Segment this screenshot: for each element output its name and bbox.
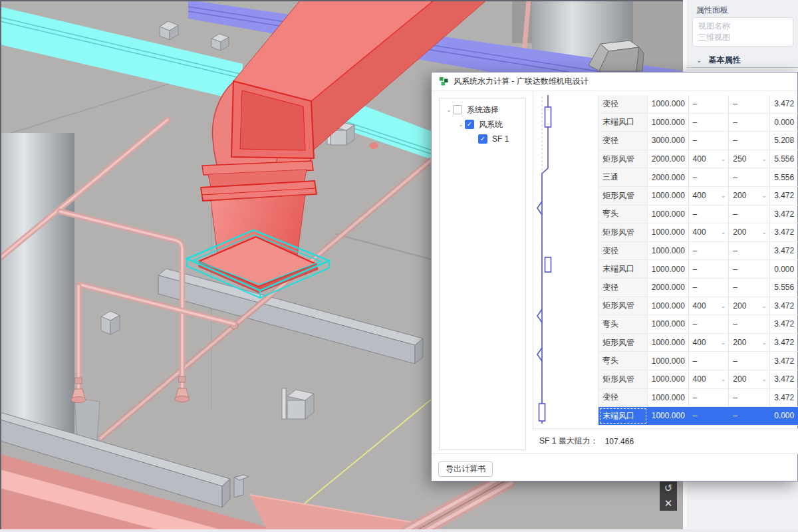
table-cell-name: 变径 [598, 279, 648, 297]
table-row[interactable]: 矩形风管1000.000400⌄200⌄3.472 [598, 223, 798, 242]
export-report-button[interactable]: 导出计算书 [438, 462, 493, 477]
table-cell-flow: 1000.000 [648, 352, 689, 370]
table-row[interactable]: 弯头1000.000––3.472 [598, 315, 798, 334]
table-cell-w[interactable]: 400⌄ [689, 187, 730, 205]
table-cell-h: – [729, 205, 770, 223]
table-cell-h[interactable]: 200⌄ [729, 370, 770, 388]
table-cell-res: 0.000 [770, 114, 798, 132]
table-cell-name: 三通 [598, 168, 648, 186]
max-resistance-label: SF 1 最大阻力： [539, 436, 598, 447]
tree-item-air-system[interactable]: ⌄ ✓ 风系统 [440, 117, 525, 132]
calc-table-body: 变径1000.000––3.472末端风口1000.000––0.000变径30… [598, 95, 798, 426]
chevron-down-icon[interactable]: ⌄ [762, 376, 767, 382]
table-cell-w: – [689, 168, 730, 186]
table-cell-res: 5.556 [770, 279, 798, 297]
chevron-down-icon[interactable]: ⌄ [721, 229, 726, 235]
table-cell-flow: 2000.000 [648, 150, 689, 168]
chevron-down-icon[interactable]: ⌄ [762, 156, 767, 162]
table-cell-res: 0.000 [770, 407, 798, 425]
table-row[interactable]: 三通2000.000––5.556 [598, 168, 798, 187]
table-row[interactable]: 变径2000.000––5.556 [598, 279, 798, 297]
chevron-down-icon[interactable]: ⌄ [721, 339, 726, 346]
table-cell-h: – [729, 132, 770, 150]
system-tree: ⌄ 系统选择 ⌄ ✓ 风系统 ✓ SF 1 [439, 98, 526, 450]
section-basic-label: 基本属性 [709, 55, 741, 65]
chevron-down-icon[interactable]: ⌄ [457, 121, 465, 128]
table-row[interactable]: 变径1000.000––3.472 [598, 389, 798, 408]
table-row[interactable]: 矩形风管1000.000400⌄200⌄3.472 [598, 334, 798, 352]
chevron-down-icon[interactable]: ⌄ [762, 192, 767, 199]
table-cell-name: 变径 [598, 132, 648, 150]
table-row[interactable]: 矩形风管1000.000400⌄200⌄3.472 [598, 370, 798, 389]
duct-schematic [533, 91, 598, 428]
table-cell-h[interactable]: 200⌄ [729, 223, 770, 241]
chevron-down-icon: ⌄ [696, 57, 702, 64]
section-basic-properties[interactable]: ⌄ 基本属性 [687, 53, 798, 68]
chevron-down-icon[interactable]: ⌄ [721, 376, 726, 382]
chevron-down-icon[interactable]: ⌄ [762, 229, 767, 235]
tree-item-sf1[interactable]: ✓ SF 1 [440, 132, 525, 146]
undo-history-icon[interactable]: ↺ [664, 482, 673, 494]
table-cell-w: – [689, 260, 730, 278]
checkbox-checked[interactable]: ✓ [465, 120, 474, 129]
table-cell-w[interactable]: 400⌄ [689, 223, 730, 241]
table-row[interactable]: 矩形风管1000.000400⌄200⌄3.472 [598, 297, 798, 316]
tree-item-system-select[interactable]: ⌄ 系统选择 [440, 102, 525, 117]
table-cell-w[interactable]: 400⌄ [689, 370, 730, 388]
table-cell-w: – [689, 279, 730, 297]
table-cell-h: – [729, 407, 770, 425]
table-cell-w: – [689, 205, 730, 223]
table-cell-h[interactable]: 200⌄ [729, 334, 770, 352]
table-cell-w[interactable]: 400⌄ [689, 334, 730, 352]
table-cell-name: 末端风口 [598, 114, 648, 132]
chevron-down-icon[interactable]: ⌄ [721, 192, 726, 199]
hydraulic-calc-dialog: 风系统水力计算 - 广联达数维机电设计 ⌄ 系统选择 ⌄ ✓ 风系统 ✓ SF … [431, 72, 798, 481]
table-row[interactable]: 末端风口1000.000––0.000 [598, 260, 798, 279]
table-cell-h: – [729, 242, 770, 260]
table-row[interactable]: 末端风口1000.000––0.000 [598, 407, 798, 426]
table-cell-flow: 1000.000 [648, 407, 689, 425]
tree-label: SF 1 [492, 134, 509, 144]
checkbox-unchecked[interactable] [453, 105, 462, 114]
chevron-down-icon[interactable]: ⌄ [762, 303, 767, 309]
table-row[interactable]: 矩形风管2000.000400⌄250⌄5.556 [598, 150, 798, 169]
table-row[interactable]: 变径1000.000––3.472 [598, 242, 798, 261]
table-row[interactable]: 变径3000.000––5.208 [598, 132, 798, 150]
table-cell-flow: 1000.000 [648, 334, 689, 352]
checkbox-checked[interactable]: ✓ [478, 134, 487, 144]
table-cell-res: 5.556 [770, 168, 798, 186]
table-cell-res: 3.472 [770, 297, 798, 315]
table-cell-name: 矩形风管 [598, 223, 648, 241]
table-cell-h[interactable]: 200⌄ [729, 297, 770, 315]
pipe-hanger-dot [369, 142, 378, 149]
table-cell-w: – [689, 315, 730, 333]
table-cell-res: 3.472 [770, 223, 798, 241]
table-cell-res: 5.208 [770, 132, 798, 150]
table-cell-w[interactable]: 400⌄ [689, 297, 730, 315]
chevron-down-icon[interactable]: ⌄ [721, 303, 726, 309]
table-cell-h[interactable]: 250⌄ [729, 150, 770, 168]
junction-box-3[interactable] [101, 311, 120, 334]
table-row[interactable]: 弯头1000.000––3.472 [598, 205, 798, 224]
table-cell-h[interactable]: 200⌄ [729, 187, 770, 205]
table-row[interactable]: 弯头1000.000––3.472 [598, 352, 798, 370]
close-icon[interactable]: ✕ [664, 497, 673, 509]
chevron-down-icon[interactable]: ⌄ [445, 106, 453, 113]
background-cylinder-left[interactable] [0, 133, 74, 440]
table-row[interactable]: 末端风口1000.000––0.000 [598, 114, 798, 132]
table-cell-flow: 1000.000 [648, 260, 689, 278]
table-cell-res: 3.472 [770, 242, 798, 260]
chevron-down-icon[interactable]: ⌄ [721, 156, 726, 162]
table-row[interactable]: 变径1000.000––3.472 [598, 95, 798, 114]
table-cell-res: 3.472 [770, 334, 798, 352]
tree-label: 风系统 [479, 119, 503, 130]
chevron-down-icon[interactable]: ⌄ [762, 339, 767, 346]
table-cell-flow: 2000.000 [648, 168, 689, 186]
table-cell-w[interactable]: 400⌄ [689, 150, 730, 168]
table-cell-name: 矩形风管 [598, 150, 648, 168]
view-name-field[interactable]: 视图名称 三维视图 [692, 17, 793, 47]
tree-label: 系统选择 [467, 104, 499, 116]
table-row[interactable]: 矩形风管1000.000400⌄200⌄3.472 [598, 187, 798, 205]
dialog-titlebar[interactable]: 风系统水力计算 - 广联达数维机电设计 [432, 72, 797, 91]
view-name-placeholder: 视图名称 [698, 21, 787, 32]
